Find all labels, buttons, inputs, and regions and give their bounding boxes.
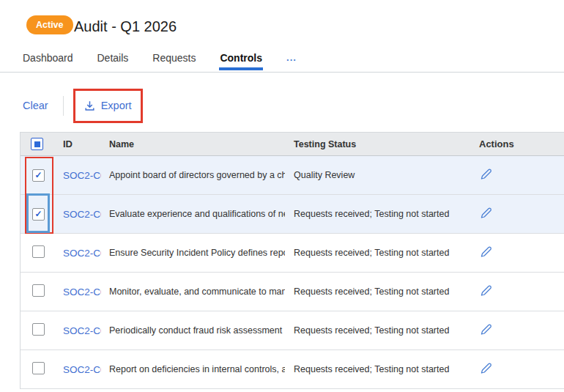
download-icon (84, 100, 96, 112)
control-name: Report on deficiencies in internal contr… (102, 364, 285, 374)
controls-table: ID Name Testing Status Actions SOC2-C0 A… (20, 132, 564, 389)
tab-bar: Dashboard Details Requests Controls ... (0, 50, 564, 73)
row-checkbox[interactable] (32, 284, 45, 297)
edit-pencil-icon[interactable] (479, 245, 492, 261)
select-all-checkbox[interactable] (31, 138, 43, 150)
testing-status: Requests received; Testing not started (285, 286, 472, 297)
row-checkbox[interactable] (32, 208, 45, 221)
table-body: SOC2-C0 Appoint board of directors gover… (21, 156, 564, 389)
tab-details[interactable]: Details (97, 50, 129, 64)
edit-pencil-icon[interactable] (479, 362, 492, 377)
export-button[interactable]: Export (84, 100, 132, 112)
page-title: Audit - Q1 2026 (74, 18, 177, 35)
control-name: Ensure Security Incident Policy defines … (102, 248, 285, 258)
control-id-link[interactable]: SOC2-C0 (63, 170, 101, 181)
control-name: Appoint board of directors governed by a… (102, 170, 285, 180)
table-row: SOC2-C0 Appoint board of directors gover… (21, 156, 564, 195)
column-header-actions: Actions (472, 138, 514, 149)
tab-requests[interactable]: Requests (152, 50, 196, 64)
more-tabs-ellipsis[interactable]: ... (286, 50, 297, 63)
tab-dashboard[interactable]: Dashboard (23, 50, 73, 64)
control-name: Evaluate experience and qualifications o… (102, 209, 285, 219)
column-header-name: Name (102, 139, 285, 149)
testing-status: Requests received; Testing not started (285, 325, 472, 336)
column-header-id: ID (56, 138, 102, 149)
clear-selection-button[interactable]: Clear (23, 100, 48, 111)
edit-pencil-icon[interactable] (479, 207, 492, 222)
control-id-link[interactable]: SOC2-C0 (63, 364, 101, 375)
table-row: SOC2-C0 Ensure Security Incident Policy … (21, 234, 564, 273)
table-toolbar: Clear Export (23, 95, 132, 116)
row-checkbox[interactable] (32, 169, 45, 182)
edit-pencil-icon[interactable] (479, 323, 492, 339)
control-id-link[interactable]: SOC2-C0 (63, 248, 101, 259)
table-row: SOC2-C0 Report on deficiencies in intern… (21, 350, 564, 389)
table-row: SOC2-C0 Periodically conduct fraud risk … (21, 311, 564, 350)
tab-controls[interactable]: Controls (220, 50, 262, 64)
table-header-row: ID Name Testing Status Actions (21, 133, 564, 156)
edit-pencil-icon[interactable] (479, 168, 492, 183)
row-checkbox[interactable] (32, 362, 45, 374)
testing-status: Requests received; Testing not started (285, 364, 472, 374)
control-id-link[interactable]: SOC2-C0 (63, 286, 101, 297)
testing-status: Quality Review (285, 170, 472, 180)
row-checkbox[interactable] (32, 323, 45, 336)
toolbar-divider (63, 96, 64, 116)
export-button-label: Export (101, 100, 132, 111)
column-header-testing-status: Testing Status (285, 139, 472, 149)
testing-status: Requests received; Testing not started (285, 248, 472, 258)
control-id-link[interactable]: SOC2-C0 (63, 325, 101, 336)
control-id-link[interactable]: SOC2-C0 (63, 209, 101, 220)
table-row: SOC2-C0 Monitor, evaluate, and communica… (21, 273, 564, 311)
status-badge: Active (26, 15, 73, 34)
control-name: Periodically conduct fraud risk assessme… (102, 325, 285, 336)
edit-pencil-icon[interactable] (479, 284, 492, 300)
control-name: Monitor, evaluate, and communicate to ma… (102, 286, 285, 297)
row-checkbox[interactable] (32, 245, 45, 258)
testing-status: Requests received; Testing not started (285, 209, 472, 219)
table-row: SOC2-C0 Evaluate experience and qualific… (21, 195, 564, 234)
